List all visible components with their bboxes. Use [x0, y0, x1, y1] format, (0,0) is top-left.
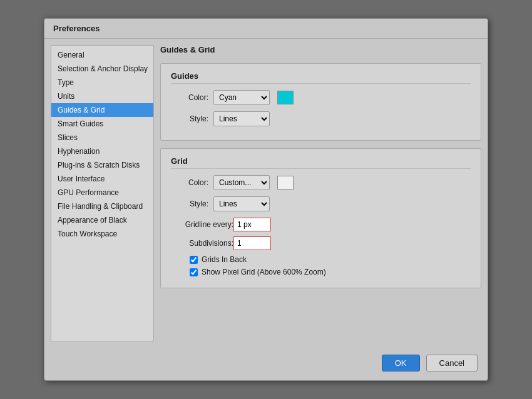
- sidebar-item-type[interactable]: Type: [51, 76, 153, 89]
- sidebar-item-units[interactable]: Units: [51, 89, 153, 103]
- sidebar-item-touch-workspace[interactable]: Touch Workspace: [51, 227, 153, 241]
- sidebar-item-guides-grid[interactable]: Guides & Grid: [51, 103, 153, 117]
- subdivisions-row: Subdivisions:: [171, 236, 471, 250]
- section-header: Guides & Grid: [160, 45, 481, 54]
- gridline-input[interactable]: [233, 218, 271, 231]
- guides-color-label: Color:: [171, 93, 208, 102]
- sidebar-item-general[interactable]: General: [51, 48, 153, 62]
- grid-title: Grid: [171, 156, 471, 169]
- gridline-row: Gridline every:: [171, 218, 471, 231]
- guides-color-select[interactable]: Cyan Light Blue Magenta Custom...: [213, 90, 270, 105]
- dialog-title: Preferences: [44, 19, 488, 39]
- grids-in-back-checkbox[interactable]: [190, 256, 198, 264]
- sidebar-item-user-interface[interactable]: User Interface: [51, 172, 153, 186]
- main-content: Guides & Grid Guides Color: Cyan Light B…: [160, 45, 481, 342]
- sidebar-item-slices[interactable]: Slices: [51, 131, 153, 144]
- grid-color-select[interactable]: Custom... Cyan Light Blue: [213, 175, 270, 190]
- grid-style-label: Style:: [171, 200, 208, 208]
- dialog-body: General Selection & Anchor Display Type …: [44, 39, 488, 348]
- subdivisions-input[interactable]: [233, 236, 271, 250]
- sidebar-item-plugins[interactable]: Plug-ins & Scratch Disks: [51, 158, 153, 172]
- sidebar: General Selection & Anchor Display Type …: [51, 45, 154, 342]
- show-pixel-grid-checkbox[interactable]: [190, 268, 198, 276]
- sidebar-item-smart-guides[interactable]: Smart Guides: [51, 117, 153, 131]
- show-pixel-grid-row: Show Pixel Grid (Above 600% Zoom): [190, 268, 471, 276]
- grid-color-row: Color: Custom... Cyan Light Blue: [171, 175, 471, 190]
- sidebar-item-gpu[interactable]: GPU Performance: [51, 186, 153, 200]
- guides-title: Guides: [171, 71, 471, 84]
- cancel-button[interactable]: Cancel: [426, 355, 478, 371]
- sidebar-item-hyphenation[interactable]: Hyphenation: [51, 144, 153, 158]
- grid-color-swatch[interactable]: [277, 176, 294, 189]
- dialog-footer: OK Cancel: [44, 348, 488, 380]
- guides-panel: Guides Color: Cyan Light Blue Magenta Cu…: [160, 63, 481, 141]
- sidebar-item-selection-anchor[interactable]: Selection & Anchor Display: [51, 62, 153, 76]
- sidebar-item-file-handling[interactable]: File Handling & Clipboard: [51, 200, 153, 213]
- grid-style-row: Style: Lines Dashes Dots: [171, 196, 471, 211]
- guides-color-swatch[interactable]: [277, 91, 294, 104]
- guides-color-row: Color: Cyan Light Blue Magenta Custom...: [171, 90, 471, 105]
- ok-button[interactable]: OK: [382, 355, 420, 371]
- grids-in-back-row: Grids In Back: [190, 255, 471, 264]
- gridline-label: Gridline every:: [171, 220, 233, 229]
- guides-style-label: Style:: [171, 114, 208, 123]
- guides-style-row: Style: Lines Dashes Dots: [171, 111, 471, 126]
- grid-style-select[interactable]: Lines Dashes Dots: [213, 196, 270, 211]
- grids-in-back-label: Grids In Back: [202, 255, 247, 264]
- preferences-dialog: Preferences General Selection & Anchor D…: [44, 18, 488, 381]
- grid-panel: Grid Color: Custom... Cyan Light Blue St…: [160, 148, 481, 288]
- sidebar-item-appearance-black[interactable]: Appearance of Black: [51, 213, 153, 227]
- guides-style-select[interactable]: Lines Dashes Dots: [213, 111, 270, 126]
- subdivisions-label: Subdivisions:: [171, 239, 233, 248]
- grid-color-label: Color:: [171, 178, 208, 187]
- show-pixel-grid-label: Show Pixel Grid (Above 600% Zoom): [202, 268, 326, 276]
